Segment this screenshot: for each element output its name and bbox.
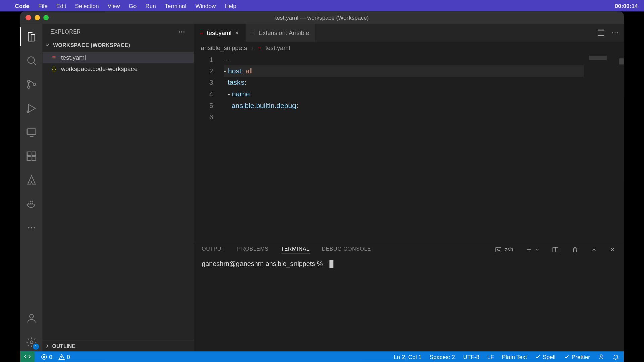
titlebar: test.yaml — workspace (Workspace) [20, 11, 624, 24]
status-encoding[interactable]: UTF-8 [463, 353, 480, 360]
menu-view[interactable]: View [108, 2, 120, 9]
menu-help[interactable]: Help [225, 2, 236, 9]
json-file-icon: {} [50, 65, 57, 72]
file-test-yaml[interactable]: ≡ test.yaml [43, 52, 194, 63]
minimap[interactable] [585, 54, 624, 242]
menu-window[interactable]: Window [195, 2, 216, 9]
menu-go[interactable]: Go [129, 2, 137, 9]
status-spell[interactable]: Spell [535, 353, 555, 360]
svg-rect-14 [32, 201, 33, 202]
terminal-kill-icon[interactable] [572, 246, 579, 253]
settings-badge: 1 [33, 344, 39, 350]
menu-selection[interactable]: Selection [75, 2, 99, 9]
status-prettier[interactable]: Prettier [564, 353, 590, 360]
status-feedback-icon[interactable] [598, 353, 605, 360]
activity-source-control-icon[interactable] [20, 75, 43, 94]
activity-more-icon[interactable] [20, 218, 43, 237]
sidebar-more-icon[interactable] [178, 27, 186, 36]
macos-menubar: Code File Edit Selection View Go Run Ter… [0, 0, 644, 11]
chevron-down-icon [44, 42, 51, 48]
status-notifications-icon[interactable] [612, 353, 619, 360]
terminal-shell-selector[interactable]: zsh [495, 246, 513, 253]
svg-point-30 [600, 355, 602, 357]
menu-edit[interactable]: Edit [56, 2, 66, 9]
svg-rect-8 [32, 157, 36, 160]
chevron-right-icon: › [251, 44, 253, 51]
terminal-prompt: ganeshrn@ganeshrn ansible_snippets % [202, 260, 323, 267]
breadcrumb-folder[interactable]: ansible_snippets [201, 44, 247, 51]
tabs-actions [593, 24, 624, 42]
svg-rect-27 [496, 247, 501, 252]
activity-bar: 1 [20, 24, 43, 351]
split-editor-icon[interactable] [597, 29, 605, 37]
workspace-label: WORKSPACE (WORKSPACE) [53, 42, 130, 48]
yaml-file-icon: ≡ [200, 29, 203, 36]
panel-tab-debug-console[interactable]: DEBUG CONSOLE [322, 246, 371, 254]
svg-rect-13 [30, 201, 31, 202]
menu-run[interactable]: Run [145, 2, 156, 9]
breadcrumb-file[interactable]: test.yaml [265, 44, 290, 51]
panel-close-icon[interactable] [609, 247, 615, 253]
svg-point-16 [31, 227, 32, 228]
svg-rect-6 [27, 152, 31, 156]
terminal-new-icon[interactable] [525, 246, 539, 253]
file-label: workspace.code-workspace [61, 65, 138, 72]
panel-tab-problems[interactable]: PROBLEMS [237, 246, 268, 254]
workspace-section-header[interactable]: WORKSPACE (WORKSPACE) [43, 39, 194, 51]
menu-file[interactable]: File [38, 2, 48, 9]
terminal-body[interactable]: ganeshrn@ganeshrn ansible_snippets % [194, 257, 624, 351]
status-errors[interactable]: 0 [41, 353, 52, 360]
panel-tab-terminal[interactable]: TERMINAL [281, 245, 309, 254]
svg-point-20 [179, 31, 180, 32]
svg-point-26 [617, 32, 618, 33]
tab-close-icon[interactable]: × [235, 29, 239, 36]
svg-point-15 [28, 227, 29, 228]
vscode-window: test.yaml — workspace (Workspace) [20, 11, 624, 362]
svg-point-1 [27, 80, 30, 83]
tab-extension-ansible[interactable]: ≡ Extension: Ansible [246, 24, 316, 42]
panel-maximize-icon[interactable] [591, 247, 597, 253]
activity-accounts-icon[interactable] [20, 309, 43, 327]
activity-search-icon[interactable] [20, 51, 43, 70]
svg-point-19 [30, 341, 33, 344]
svg-point-18 [30, 314, 33, 318]
status-eol[interactable]: LF [487, 353, 494, 360]
activity-extensions-icon[interactable] [20, 147, 43, 165]
svg-point-4 [27, 111, 29, 113]
activity-settings-icon[interactable]: 1 [20, 333, 43, 351]
activity-explorer-icon[interactable] [20, 27, 43, 46]
line-number-gutter: 123456 [194, 54, 224, 242]
code-content[interactable]: --- - host: all tasks: - name: ansible.b… [224, 54, 624, 242]
status-indentation[interactable]: Spaces: 2 [430, 353, 455, 360]
svg-point-2 [27, 86, 30, 88]
panel-tab-output[interactable]: OUTPUT [202, 246, 225, 254]
code-editor[interactable]: 123456 --- - host: all tasks: - name: an… [194, 54, 624, 242]
activity-azure-icon[interactable] [20, 171, 43, 189]
file-workspace-code[interactable]: {} workspace.code-workspace [43, 63, 194, 75]
outline-section-header[interactable]: OUTLINE [43, 340, 194, 351]
sidebar-title: EXPLORER [50, 28, 81, 35]
status-language-mode[interactable]: Plain Text [502, 353, 527, 360]
editor-more-icon[interactable] [611, 29, 619, 37]
breadcrumbs[interactable]: ansible_snippets › ≡ test.yaml [194, 42, 624, 54]
svg-point-21 [181, 31, 182, 32]
svg-point-0 [28, 57, 34, 63]
tab-test-yaml[interactable]: ≡ test.yaml × [194, 24, 246, 42]
status-warnings[interactable]: 0 [58, 353, 70, 360]
chevron-right-icon [44, 343, 50, 349]
activity-remote-icon[interactable] [20, 123, 43, 141]
window-maximize-button[interactable] [43, 15, 49, 20]
terminal-split-icon[interactable] [552, 246, 559, 253]
panel-tabs: OUTPUT PROBLEMS TERMINAL DEBUG CONSOLE z… [194, 242, 624, 257]
file-label: test.yaml [61, 54, 86, 61]
remote-status-icon[interactable] [20, 351, 35, 362]
menu-terminal[interactable]: Terminal [165, 2, 186, 9]
activity-docker-icon[interactable] [20, 194, 43, 213]
status-cursor-position[interactable]: Ln 2, Col 1 [394, 353, 422, 360]
tab-label: Extension: Ansible [259, 29, 309, 36]
window-minimize-button[interactable] [35, 15, 40, 20]
activity-run-debug-icon[interactable] [20, 99, 43, 117]
menubar-app-name[interactable]: Code [15, 2, 30, 9]
svg-point-24 [612, 32, 613, 33]
window-close-button[interactable] [25, 15, 31, 20]
